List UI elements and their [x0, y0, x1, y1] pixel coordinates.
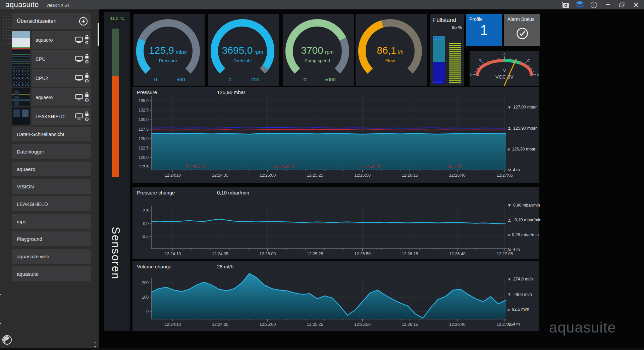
camera-icon — [561, 2, 570, 8]
monitor-icon[interactable] — [75, 37, 83, 43]
chart-stat-value: 0,90 mbar/min — [513, 203, 540, 208]
monitor-icon[interactable] — [75, 94, 83, 101]
sidebar-scrollbar[interactable]: ▲ ▼ — [96, 12, 99, 345]
scroll-up-icon[interactable]: ▲ — [94, 341, 97, 344]
page-thumbnail[interactable] — [12, 88, 30, 106]
y-axis-label: 122,5 — [139, 146, 149, 150]
y-axis-label: 135,0 — [139, 98, 149, 103]
y-axis-label: 0 — [146, 309, 149, 314]
sidebar-menu-item[interactable]: Daten-Schnellansicht — [12, 127, 91, 141]
page-label-box[interactable]: CPU⚙ — [32, 50, 91, 68]
sidebar-menu-item[interactable]: Datenlogger — [12, 144, 91, 159]
gauge-value: 3695,0rpm — [222, 45, 263, 56]
average-icon: ⌀ — [507, 147, 510, 151]
x-axis-label: 12:25:25 — [307, 252, 323, 256]
page-thumbnail[interactable] — [12, 50, 30, 68]
x-axis-label: 12:24:10 — [165, 322, 181, 327]
gear-icon[interactable]: ⚙ — [85, 40, 89, 45]
inline-stat-value: -41,0 °C — [366, 164, 381, 169]
vcc-tick-label: 8 — [536, 74, 539, 76]
delta-t-icon: Δt — [449, 164, 452, 168]
x-axis-label: 12:26:40 — [449, 252, 466, 256]
x-axis-label: 12:26:15 — [402, 173, 418, 178]
sidebar-menu-item[interactable]: aquasuite web — [12, 249, 91, 264]
close-button[interactable] — [631, 1, 641, 9]
sidebar-menu-item[interactable]: aquasuite — [12, 266, 91, 281]
sidebar-menu-item[interactable]: VISION — [12, 179, 91, 194]
lock-icon[interactable] — [85, 73, 89, 78]
current-icon — [507, 127, 511, 130]
y-axis-label: 125,0 — [139, 136, 149, 141]
page-thumbnail[interactable] — [12, 69, 30, 87]
gear-icon[interactable]: ⚙ — [85, 59, 89, 64]
page-thumbnail[interactable] — [12, 31, 30, 49]
x-axis-label: 12:25:50 — [354, 252, 371, 256]
sensor-tab-column[interactable]: 41,0 °C Sensoren — [104, 12, 130, 331]
info-button[interactable] — [589, 1, 598, 9]
page-label-box[interactable]: aquaero⚙ — [32, 31, 91, 49]
page-label-box[interactable]: CPU2⚙ — [32, 69, 91, 87]
chart-stat-value: 125,90 mbar — [513, 126, 537, 131]
restore-button[interactable] — [617, 1, 627, 9]
sidebar-menu-item[interactable]: LEAKSHIELD — [12, 196, 91, 211]
sidebar-menu-item[interactable]: Playground — [12, 231, 91, 246]
overlay-pages-button[interactable] — [575, 1, 584, 9]
chart-stat-current: 125,90 mbar — [507, 126, 537, 131]
gauge-max: 200 — [251, 77, 259, 82]
lock-icon[interactable] — [85, 92, 89, 97]
scrollbar-thumb[interactable] — [98, 23, 99, 46]
y-axis-label: 120,0 — [139, 155, 149, 160]
page-label-box[interactable]: LEAKSHIELD⚙ — [32, 107, 91, 125]
monitor-icon[interactable] — [75, 56, 83, 62]
page-thumbnail[interactable] — [12, 107, 30, 125]
minimize-button[interactable] — [603, 1, 612, 9]
inline-stat-max: -40,8 °C — [185, 164, 206, 169]
overview-page-row[interactable]: aquaero⚙ — [12, 88, 91, 106]
chart-stat-dt: Δt4 m — [507, 322, 520, 326]
average-icon: ⌀ — [507, 233, 510, 237]
fill-level-title: Füllstand — [433, 17, 456, 24]
sidebar-menu-item[interactable]: aquaero — [12, 162, 91, 176]
sidebar-menu: Daten-SchnellansichtDatenloggeraquaeroVI… — [12, 127, 91, 281]
lock-icon[interactable] — [85, 111, 89, 116]
fill-level-panel: Füllstand 85 % 617 ml 633 ml — [430, 14, 464, 86]
check-circle-icon — [516, 27, 529, 40]
chart-stat-dt: Δt4 m — [507, 247, 520, 252]
overview-page-row[interactable]: CPU2⚙ — [12, 69, 91, 87]
add-page-button[interactable] — [79, 17, 88, 26]
y-axis-label: 117,5 — [139, 165, 149, 169]
alarm-status-tile[interactable]: Alarm Status — [504, 14, 540, 46]
gauge-value: 3700rpm — [301, 45, 334, 56]
inline-stat-current: -41,0 °C — [274, 164, 295, 169]
overview-page-row[interactable]: LEAKSHIELD⚙ — [12, 107, 91, 125]
chart-stat-current: -0,10 mbar/min — [507, 218, 541, 222]
chart-stat-dt: Δt4 m — [507, 168, 520, 172]
chart-stat-value: 4 m — [513, 168, 520, 172]
chart-stat-value: -0,10 mbar/min — [513, 218, 541, 222]
gauge-max: 5000 — [324, 77, 335, 82]
inline-stat-value: -40,8 °C — [191, 164, 206, 169]
lock-icon[interactable] — [85, 35, 89, 40]
gear-icon[interactable]: ⚙ — [85, 78, 89, 83]
gear-icon[interactable]: ⚙ — [85, 97, 89, 102]
restore-icon — [619, 2, 625, 7]
x-axis-label: 12:24:35 — [212, 252, 228, 256]
monitor-icon[interactable] — [75, 75, 83, 82]
gauge-label: Pressure — [159, 58, 177, 63]
x-axis-label: 12:24:10 — [165, 173, 181, 178]
gear-icon[interactable]: ⚙ — [85, 117, 89, 122]
gauge-value: 86,1l/h — [377, 45, 403, 56]
screenshot-button[interactable] — [561, 1, 570, 9]
fill-level-tank: 617 ml 633 ml — [433, 36, 445, 84]
gauge-panel-flow: 86,1l/hFlow — [356, 14, 427, 86]
monitor-icon[interactable] — [75, 113, 83, 120]
profile-tile[interactable]: Profile 1 — [466, 14, 502, 46]
page-label-box[interactable]: aquaero⚙ — [32, 88, 91, 106]
maximum-icon — [507, 277, 511, 281]
overview-page-row[interactable]: aquaero⚙ — [12, 31, 91, 49]
sidebar-menu-item[interactable]: mps — [12, 214, 91, 229]
overview-page-row[interactable]: CPU⚙ — [12, 50, 91, 68]
chart-stat-value: 126,30 mbar — [512, 147, 535, 151]
y-axis-label: 127,5 — [139, 127, 149, 132]
lock-icon[interactable] — [85, 54, 89, 59]
